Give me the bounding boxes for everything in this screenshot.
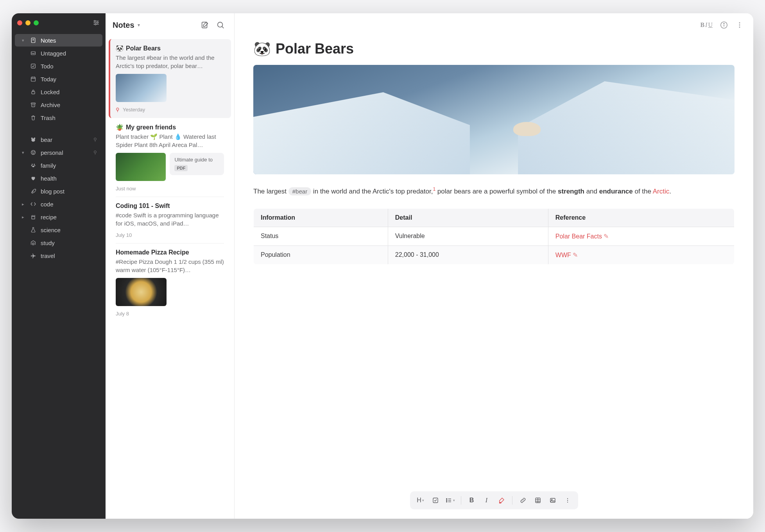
note-card-title: Coding 101 - Swift bbox=[116, 202, 224, 210]
svg-point-20 bbox=[31, 138, 35, 142]
attachment-badge: PDF bbox=[174, 165, 188, 171]
note-attachment[interactable]: Ultimate guide to PDF bbox=[170, 153, 224, 175]
sidebar-item-archive[interactable]: Archive bbox=[15, 99, 102, 111]
note-icon bbox=[30, 37, 37, 44]
note-emoji: 🐼 bbox=[116, 45, 124, 52]
table-header: Reference bbox=[548, 208, 734, 227]
svg-point-28 bbox=[32, 166, 34, 167]
note-body-paragraph[interactable]: The largest #bear in the world and the A… bbox=[253, 185, 735, 197]
svg-point-44 bbox=[739, 27, 740, 28]
more-formatting-button[interactable] bbox=[562, 494, 573, 506]
note-thumbnail bbox=[116, 278, 167, 306]
bold-indicator: B bbox=[700, 21, 704, 29]
note-title[interactable]: 🐼 Polar Bears bbox=[253, 41, 735, 57]
hashtag[interactable]: #bear bbox=[288, 187, 311, 195]
svg-point-23 bbox=[34, 152, 34, 152]
chevron-down-icon[interactable]: ▾ bbox=[138, 22, 140, 28]
table-link[interactable]: Polar Bear Facts bbox=[555, 233, 602, 240]
calendar-icon bbox=[30, 75, 37, 82]
sidebar-tag-personal[interactable]: ▾ personal ⚲ bbox=[15, 146, 102, 159]
highlight-button[interactable] bbox=[496, 494, 507, 506]
new-note-button[interactable] bbox=[198, 18, 211, 32]
lock-icon bbox=[30, 88, 37, 95]
editor-content[interactable]: 🐼 Polar Bears The largest #bear in the w… bbox=[235, 37, 753, 519]
svg-point-59 bbox=[567, 498, 568, 499]
tag-label: science bbox=[41, 227, 97, 233]
svg-point-48 bbox=[446, 502, 447, 502]
todo-button[interactable] bbox=[430, 494, 441, 506]
svg-rect-45 bbox=[433, 498, 438, 503]
svg-point-42 bbox=[739, 22, 740, 23]
tag-label: bear bbox=[41, 136, 90, 143]
sidebar-label: Untagged bbox=[41, 50, 97, 57]
svg-line-38 bbox=[222, 27, 224, 29]
note-card-date: Just now bbox=[116, 186, 136, 192]
editor-topbar: BIU bbox=[235, 13, 753, 37]
maximize-window-button[interactable] bbox=[34, 20, 39, 25]
more-menu-button[interactable] bbox=[735, 21, 744, 29]
svg-point-3 bbox=[94, 20, 95, 21]
sidebar-tag-family[interactable]: family bbox=[15, 159, 102, 172]
chevron-down-icon: ▾ bbox=[20, 150, 26, 155]
note-card[interactable]: 🐼Polar Bears The largest #bear in the wo… bbox=[109, 39, 231, 118]
sidebar-item-today[interactable]: Today bbox=[15, 73, 102, 85]
pin-icon: ⚲ bbox=[116, 107, 120, 113]
note-card[interactable]: Homemade Pizza Recipe #Recipe Pizza Doug… bbox=[109, 244, 231, 322]
table-cell: 22,000 - 31,000 bbox=[388, 245, 548, 264]
close-window-button[interactable] bbox=[17, 20, 22, 25]
pin-icon: ⚲ bbox=[93, 137, 97, 142]
sidebar-item-todo[interactable]: Todo bbox=[15, 60, 102, 72]
pin-icon: ⚲ bbox=[93, 150, 97, 155]
table-link[interactable]: WWF bbox=[555, 252, 571, 258]
sidebar-item-locked[interactable]: Locked bbox=[15, 86, 102, 98]
svg-rect-15 bbox=[32, 91, 35, 94]
note-card-excerpt: The largest #bear in the world and the A… bbox=[116, 54, 224, 70]
wiki-link[interactable]: Arctic bbox=[653, 188, 670, 195]
table-row[interactable]: Population 22,000 - 31,000 WWF✎ bbox=[254, 245, 735, 264]
heading-button[interactable]: H▾ bbox=[415, 494, 426, 506]
sidebar-tag-recipe[interactable]: ▸ recipe bbox=[15, 211, 102, 223]
table-cell: Vulnerable bbox=[388, 227, 548, 245]
archive-icon bbox=[30, 101, 37, 108]
info-button[interactable] bbox=[720, 21, 728, 29]
sidebar-tag-bear[interactable]: bear ⚲ bbox=[15, 133, 102, 146]
paw-icon bbox=[30, 162, 37, 169]
table-row[interactable]: Status Vulnerable Polar Bear Facts✎ bbox=[254, 227, 735, 245]
italic-button[interactable]: I bbox=[481, 494, 493, 506]
minimize-window-button[interactable] bbox=[25, 20, 30, 25]
note-card[interactable]: 🪴My green friends Plant tracker 🌱 Plant … bbox=[109, 118, 231, 197]
sidebar-item-untagged[interactable]: Untagged bbox=[15, 47, 102, 59]
sidebar-tag-study[interactable]: study bbox=[15, 236, 102, 249]
image-button[interactable] bbox=[547, 494, 559, 506]
sidebar-item-notes[interactable]: ▾ Notes bbox=[15, 34, 102, 47]
note-card-date: July 10 bbox=[116, 232, 132, 238]
info-table[interactable]: Information Detail Reference Status Vuln… bbox=[253, 208, 735, 265]
note-list-title[interactable]: Notes bbox=[113, 21, 134, 30]
list-button[interactable]: ▾ bbox=[444, 494, 456, 506]
sidebar-tag-health[interactable]: health bbox=[15, 172, 102, 184]
sidebar-item-trash[interactable]: Trash bbox=[15, 111, 102, 124]
svg-point-24 bbox=[32, 164, 33, 165]
sidebar-tag-code[interactable]: ▸ code bbox=[15, 198, 102, 210]
preferences-icon[interactable] bbox=[92, 19, 100, 27]
note-card-date: Yesterday bbox=[123, 107, 145, 113]
note-card-excerpt: Plant tracker 🌱 Plant 💧 Watered last Spi… bbox=[116, 133, 224, 149]
feather-icon bbox=[30, 188, 37, 195]
note-card-excerpt: #code Swift is a programming language fo… bbox=[116, 211, 224, 227]
sidebar-tag-blogpost[interactable]: blog post bbox=[15, 185, 102, 197]
attachment-title: Ultimate guide to bbox=[174, 157, 219, 163]
svg-point-4 bbox=[97, 22, 98, 23]
link-button[interactable] bbox=[517, 494, 529, 506]
sidebar-tag-travel[interactable]: travel bbox=[15, 249, 102, 262]
sidebar-tag-science[interactable]: science bbox=[15, 224, 102, 236]
text-style-button[interactable]: BIU bbox=[700, 21, 713, 29]
chevron-down-icon: ▾ bbox=[422, 498, 424, 502]
hero-image[interactable] bbox=[253, 65, 735, 174]
note-list-header: Notes ▾ bbox=[106, 13, 234, 37]
search-button[interactable] bbox=[214, 18, 227, 32]
tag-label: code bbox=[41, 201, 97, 208]
table-button[interactable] bbox=[532, 494, 544, 506]
note-card[interactable]: Coding 101 - Swift #code Swift is a prog… bbox=[109, 197, 231, 244]
table-cell: Population bbox=[254, 245, 388, 264]
bold-button[interactable]: B bbox=[466, 494, 478, 506]
